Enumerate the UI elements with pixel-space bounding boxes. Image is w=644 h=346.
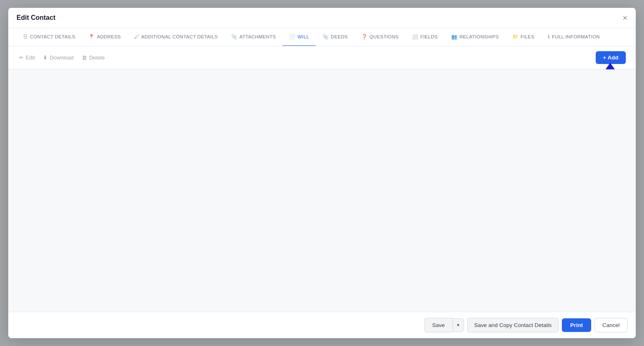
additional-contact-icon: 🖊 — [134, 34, 139, 40]
contact-details-icon: ☰ — [23, 34, 28, 40]
tab-contact-details[interactable]: ☰ CONTACT DETAILS — [17, 28, 82, 46]
tab-full-information-label: FULL INFORMATION — [552, 34, 600, 39]
tab-deeds-label: DEEDS — [331, 34, 348, 39]
save-copy-button[interactable]: Save and Copy Contact Details — [467, 318, 559, 332]
tab-fields[interactable]: ⬜ FIELDS — [405, 28, 445, 46]
attachments-icon: 📎 — [231, 34, 237, 40]
tab-fields-label: FIELDS — [420, 34, 438, 39]
chevron-down-icon: ▾ — [457, 322, 459, 327]
tab-questions[interactable]: ❓ QUESTIONS — [355, 28, 405, 46]
tab-attachments-label: ATTACHMENTS — [239, 34, 276, 39]
full-information-icon: ℹ — [548, 34, 550, 40]
tab-relationships-label: RELATIONSHIPS — [459, 34, 499, 39]
edit-button[interactable]: ✏ Edit — [18, 53, 36, 62]
tab-attachments[interactable]: 📎 ATTACHMENTS — [225, 28, 283, 46]
cancel-button[interactable]: Cancel — [594, 318, 627, 332]
tab-deeds[interactable]: 📎 DEEDS — [316, 28, 355, 46]
delete-button[interactable]: 🗑 Delete — [81, 53, 106, 62]
modal-header: Edit Contact × — [8, 8, 636, 28]
tab-questions-label: QUESTIONS — [369, 34, 399, 39]
delete-icon: 🗑 — [82, 55, 87, 61]
download-button[interactable]: ⬇ Download — [42, 53, 74, 62]
fields-icon: ⬜ — [412, 34, 418, 40]
deeds-icon: 📎 — [322, 34, 329, 40]
content-area — [8, 69, 636, 312]
tab-bar: ☰ CONTACT DETAILS 📍 ADDRESS 🖊 ADDITIONAL… — [8, 28, 636, 46]
tab-contact-details-label: CONTACT DETAILS — [30, 34, 75, 39]
save-group: Save ▾ — [424, 318, 464, 332]
tab-will[interactable]: 📄 WILL — [282, 28, 316, 46]
print-button[interactable]: Print — [562, 318, 591, 332]
tab-additional-contact-details[interactable]: 🖊 ADDITIONAL CONTACT DETAILS — [128, 28, 225, 46]
questions-icon: ❓ — [361, 34, 367, 40]
download-icon: ⬇ — [43, 55, 47, 61]
close-button[interactable]: × — [623, 14, 627, 28]
save-dropdown-button[interactable]: ▾ — [452, 318, 464, 332]
download-label: Download — [50, 55, 73, 61]
delete-label: Delete — [89, 55, 105, 61]
tab-files[interactable]: 📁 FILES — [506, 28, 541, 46]
add-button-container: + Add — [596, 51, 626, 64]
tab-address-label: ADDRESS — [97, 34, 121, 39]
will-icon: 📄 — [289, 34, 295, 40]
address-icon: 📍 — [88, 34, 95, 40]
relationships-icon: 👥 — [451, 34, 457, 40]
edit-icon: ✏ — [19, 55, 24, 61]
modal-title: Edit Contact — [17, 14, 55, 27]
tab-files-label: FILES — [521, 34, 535, 39]
edit-label: Edit — [26, 55, 35, 61]
footer: Save ▾ Save and Copy Contact Details Pri… — [8, 312, 636, 338]
edit-contact-modal: Edit Contact × ☰ CONTACT DETAILS 📍 ADDRE… — [8, 8, 636, 338]
tab-relationships[interactable]: 👥 RELATIONSHIPS — [445, 28, 506, 46]
tab-full-information[interactable]: ℹ FULL INFORMATION — [541, 28, 606, 46]
save-button[interactable]: Save — [424, 318, 452, 332]
toolbar: ✏ Edit ⬇ Download 🗑 Delete + Add — [8, 46, 636, 69]
tab-address[interactable]: 📍 ADDRESS — [82, 28, 127, 46]
add-button[interactable]: + Add — [596, 51, 626, 64]
tab-will-label: WILL — [298, 34, 309, 39]
modal-overlay: Edit Contact × ☰ CONTACT DETAILS 📍 ADDRE… — [0, 0, 644, 346]
files-icon: 📁 — [512, 34, 519, 40]
tab-additional-contact-label: ADDITIONAL CONTACT DETAILS — [141, 34, 218, 39]
